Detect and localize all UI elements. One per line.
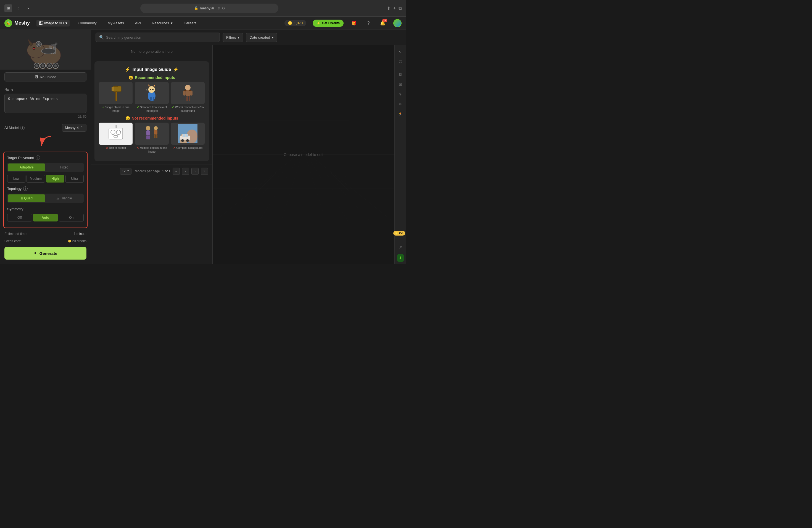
svg-point-19 — [54, 64, 57, 67]
nav-api[interactable]: API — [133, 20, 143, 26]
preview-image-container — [0, 30, 91, 70]
back-button[interactable]: ‹ — [14, 4, 22, 12]
cat-label: ✓ Standard front view of the object — [135, 105, 169, 113]
help-button[interactable]: ? — [365, 19, 372, 27]
polycount-high-button[interactable]: High — [46, 175, 64, 182]
address-bar[interactable]: 🔒 meshy.ai ⊙ ↻ — [140, 4, 278, 13]
pagination-bar: 12 ⌃ Records per page 1 of 1 « ‹ › » — [91, 165, 213, 178]
polycount-mode-toggle: Adaptive Fixed — [7, 163, 84, 172]
left-sidebar: 🖼 Re-upload Name 23/ 50 AI Model i Meshy… — [0, 30, 91, 264]
no-more-text: No more generations here — [91, 45, 213, 58]
svg-point-17 — [48, 64, 51, 67]
filters-chevron: ▾ — [237, 35, 240, 40]
topology-triangle-button[interactable]: △ Triangle — [46, 194, 83, 202]
lightning-right-icon: ⚡ — [173, 67, 179, 72]
guide-multiple-item: ✕ Multiple objects in one image — [135, 122, 169, 153]
svg-rect-58 — [146, 135, 148, 140]
per-page-select[interactable]: 12 ⌃ — [120, 168, 131, 175]
lightning-left-icon: ⚡ — [125, 67, 130, 72]
filters-label: Filters — [226, 35, 236, 40]
credit-cost-label: Credit cost: — [4, 239, 21, 243]
svg-point-26 — [55, 43, 57, 45]
browser-chrome: ⊞ ‹ › 🔒 meshy.ai ⊙ ↻ ⬆ + ⧉ — [0, 0, 406, 17]
svg-rect-38 — [150, 97, 151, 101]
x-icon-1: ✕ — [106, 146, 108, 149]
tool-sun-button[interactable]: ☀ — [396, 90, 405, 98]
svg-point-15 — [41, 64, 44, 67]
nav-resources[interactable]: Resources ▾ — [150, 20, 175, 26]
guide-complex-image — [171, 122, 205, 145]
nav-image-to-3d[interactable]: 🖼 Image to 3D ▾ — [37, 20, 70, 27]
nav-community[interactable]: Community — [76, 20, 99, 26]
tool-figure-button[interactable]: 🏃 — [396, 110, 405, 118]
model-select-value: Meshy-4 — [65, 126, 79, 130]
model-select[interactable]: Meshy-4 ⌃ — [62, 124, 86, 132]
svg-line-84 — [304, 150, 349, 223]
polycount-info-icon[interactable]: i — [35, 156, 40, 160]
symmetry-on-button[interactable]: On — [59, 214, 84, 221]
svg-marker-35 — [153, 84, 155, 87]
tool-edit-button[interactable]: ✏ — [396, 100, 405, 108]
topology-info-icon[interactable]: i — [23, 186, 28, 191]
svg-point-37 — [152, 89, 154, 90]
first-page-button[interactable]: « — [173, 167, 180, 175]
page-info: 1 of 1 — [162, 169, 170, 173]
next-page-button[interactable]: › — [191, 167, 199, 175]
tool-share-button[interactable]: ↗ — [396, 243, 405, 251]
search-input[interactable] — [106, 35, 216, 40]
tool-divider — [398, 68, 403, 68]
polycount-adaptive-button[interactable]: Adaptive — [8, 163, 45, 171]
svg-marker-34 — [148, 84, 150, 87]
right-content: 🔍 Filters ▾ Date created ▾ No more gener… — [91, 30, 406, 264]
symmetry-options: Off Auto On — [7, 214, 84, 221]
nav-resources-label: Resources — [152, 21, 169, 25]
polycount-ultra-button[interactable]: Ultra — [66, 175, 84, 182]
symmetry-auto-button[interactable]: Auto — [33, 214, 58, 221]
reupload-button[interactable]: 🖼 Re-upload — [4, 72, 86, 82]
last-page-button[interactable]: » — [201, 167, 208, 175]
reload-icon[interactable]: ↻ — [222, 6, 225, 11]
nav-my-assets[interactable]: My Assets — [105, 20, 126, 26]
date-filter-button[interactable]: Date created ▾ — [246, 33, 277, 42]
tool-grid-button[interactable]: ⊞ — [396, 80, 405, 88]
notifications-button[interactable]: 🔔 11 — [379, 19, 387, 27]
hammer-label: ✓ Single object in one image — [99, 105, 133, 113]
tool-globe-button[interactable]: ○ — [396, 47, 405, 56]
user-avatar[interactable] — [393, 19, 402, 27]
sidebar-toggle-button[interactable]: ⊞ — [4, 4, 12, 12]
svg-rect-48 — [184, 90, 186, 91]
gift-button[interactable]: 🎁 — [350, 19, 358, 27]
search-icon: 🔍 — [99, 35, 104, 40]
not-recommended-section-title: 😞 Not recommended inputs — [99, 116, 205, 120]
get-credits-button[interactable]: ⚡ Get Credits — [313, 19, 344, 27]
generate-star-icon: ✦ — [33, 251, 37, 256]
date-filter-label: Date created — [249, 35, 270, 40]
svg-rect-59 — [148, 135, 150, 140]
polycount-medium-button[interactable]: Medium — [27, 175, 45, 182]
coin-icon: 🪙 — [288, 21, 292, 25]
svg-point-42 — [185, 85, 191, 90]
generate-button[interactable]: ✦ Generate — [4, 247, 86, 260]
name-input[interactable] — [4, 93, 86, 113]
svg-rect-57 — [146, 130, 150, 135]
tool-display-button[interactable]: 🖥 — [396, 70, 405, 78]
reupload-icon: 🖼 — [34, 75, 38, 79]
prev-page-button[interactable]: ‹ — [182, 167, 189, 175]
records-per-page-label: Records per page — [134, 169, 160, 173]
topology-quad-button[interactable]: ⊞ Quad — [8, 194, 45, 202]
ai-model-info-icon[interactable]: i — [20, 126, 25, 130]
polycount-fixed-button[interactable]: Fixed — [46, 163, 83, 171]
tabs-icon[interactable]: ⧉ — [398, 6, 402, 11]
share-icon[interactable]: ⬆ — [387, 5, 391, 11]
forward-button[interactable]: › — [24, 4, 32, 12]
polycount-low-button[interactable]: Low — [7, 175, 25, 182]
filters-button[interactable]: Filters ▾ — [222, 33, 243, 42]
nav-api-label: API — [135, 21, 141, 25]
add-tab-icon[interactable]: + — [393, 6, 396, 11]
svg-line-81 — [235, 150, 304, 223]
symmetry-off-button[interactable]: Off — [7, 214, 32, 221]
nav-careers[interactable]: Careers — [182, 20, 199, 26]
svg-rect-71 — [183, 134, 185, 137]
download-button[interactable]: ⬇ — [397, 254, 404, 262]
tool-circle-button[interactable]: ◎ — [396, 57, 405, 65]
